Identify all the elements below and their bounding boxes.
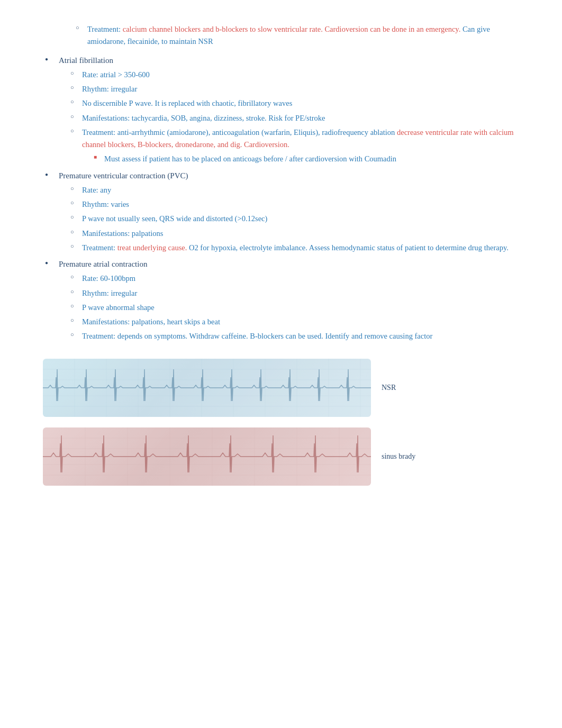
af-manifestations: Manifestations: tachycardia, SOB, angina…	[69, 112, 519, 124]
ecg-brady-svg	[43, 427, 371, 486]
af-treatment-item: Treatment: anti-arrhythmic (amiodarone),…	[69, 126, 519, 166]
af-rate: Rate: atrial > 350-600	[69, 69, 519, 81]
pvc-label: Premature ventricular contraction (PVC)	[59, 171, 188, 180]
pvc-manifestations: Manifestations: palpations	[69, 228, 519, 240]
pac-label: Premature atrial contraction	[59, 260, 147, 268]
pac-manifestations: Manifestations: palpations, heart skips …	[69, 316, 519, 328]
pac-pwave: P wave abnormal shape	[69, 302, 519, 314]
pac-rate: Rate: 60-100bpm	[69, 272, 519, 285]
top-treatment-item: Treatment: calcium channel blockers and …	[75, 23, 519, 48]
af-pwave: No discernible P wave. It is replaced wi…	[69, 97, 519, 110]
ecg-nsr-row: NSR	[43, 359, 519, 417]
pvc-rhythm: Rhythm: varies	[69, 198, 519, 211]
af-rhythm: Rhythm: irregular	[69, 83, 519, 95]
pvc-pwave: P wave not usually seen, QRS wide and di…	[69, 213, 519, 225]
top-treatment-red: calcium channel blockers and b-blockers …	[123, 25, 461, 33]
ecg-brady-strip	[43, 427, 371, 486]
top-treatment-text: Treatment: calcium channel blockers and …	[87, 25, 490, 46]
pvc-rate: Rate: any	[69, 184, 519, 196]
af-treatment-sub: Must assess if patient has to be placed …	[93, 153, 519, 165]
list-item-af: Atrial fibrillation Rate: atrial > 350-6…	[43, 54, 519, 166]
ecg-brady-row: sinus brady	[43, 427, 519, 486]
ecg-nsr-svg	[43, 359, 371, 417]
pvc-treatment-item: Treatment: treat underlying cause. O2 fo…	[69, 242, 519, 254]
list-item-pac: Premature atrial contraction Rate: 60-10…	[43, 258, 519, 343]
af-sublist: Rate: atrial > 350-600 Rhythm: irregular…	[69, 69, 519, 166]
af-label: Atrial fibrillation	[59, 56, 113, 65]
pac-rhythm: Rhythm: irregular	[69, 287, 519, 299]
ecg-nsr-strip	[43, 359, 371, 417]
ecg-nsr-label: NSR	[382, 384, 424, 392]
ecg-images-area: NSR	[43, 359, 519, 486]
af-coumadin-item: Must assess if patient has to be placed …	[93, 153, 519, 165]
list-item-pvc: Premature ventricular contraction (PVC) …	[43, 170, 519, 254]
top-treatment-section: Treatment: calcium channel blockers and …	[43, 23, 519, 48]
content-area: Treatment: calcium channel blockers and …	[43, 23, 519, 486]
top-treatment-label: Treatment:	[87, 25, 123, 33]
pac-treatment: Treatment: depends on symptoms. Withdraw…	[69, 330, 519, 342]
pac-sublist: Rate: 60-100bpm Rhythm: irregular P wave…	[69, 272, 519, 342]
pvc-sublist: Rate: any Rhythm: varies P wave not usua…	[69, 184, 519, 254]
ecg-brady-label: sinus brady	[382, 452, 424, 461]
main-list: Atrial fibrillation Rate: atrial > 350-6…	[43, 54, 519, 343]
